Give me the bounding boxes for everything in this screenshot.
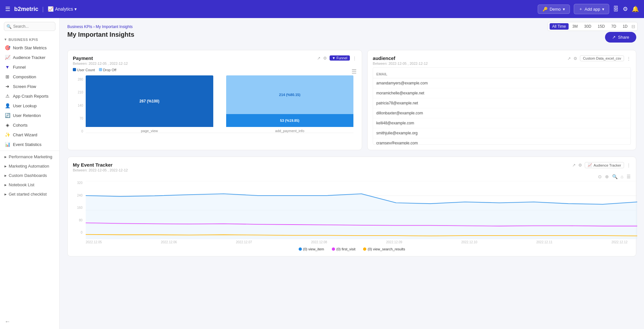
bar-label-page-view: page_view (141, 129, 158, 133)
key-icon: 🔑 (543, 7, 548, 12)
legend-first-visit: (0) first_visit (332, 247, 355, 251)
search-chart-icon[interactable]: 🔍 (612, 174, 618, 179)
chevron-right-icon: ▸ (5, 164, 7, 169)
page-title: My Important Insights (67, 31, 134, 38)
more-event-icon[interactable]: ⋮ (627, 163, 631, 168)
sidebar-section-performance[interactable]: ▸ Performance Marketing (0, 152, 59, 161)
line-chart-container: 320240160800 (73, 181, 631, 244)
bar-chart-icon: 📊 (5, 142, 10, 147)
sidebar-item-user-retention[interactable]: 🔄 User Retention (0, 111, 59, 120)
sidebar-section-business-kpis[interactable]: ▾ Business KPIS (0, 35, 59, 43)
more-audience-icon[interactable]: ⋮ (627, 56, 631, 61)
share-card-icon[interactable]: ↗ (317, 56, 321, 61)
search-icon: 🔍 (6, 24, 12, 29)
notifications-icon[interactable]: 🔔 (632, 5, 639, 13)
hamburger-menu[interactable]: ☰ (5, 5, 10, 13)
chevron-right-icon: ▸ (5, 173, 7, 178)
share-audience-icon[interactable]: ↗ (567, 56, 571, 61)
audience-card-date: Between: 2022-12-05 , 2022-12-12 (373, 62, 428, 65)
zoom-in-icon[interactable]: ⊕ (605, 174, 609, 179)
user-icon: 👤 (5, 103, 10, 108)
sidebar-collapse-button[interactable]: ← (5, 318, 10, 325)
audience-card-title: audiencef (373, 55, 428, 61)
funnel-tag-icon: ▼ (332, 56, 336, 60)
legend-view-item: (0) view_item (299, 247, 324, 251)
settings-card-icon[interactable]: ⚙ (323, 56, 327, 61)
sidebar-section-marketing-auto[interactable]: ▸ Marketing Automation (0, 161, 59, 171)
audience-card: audiencef Between: 2022-12-05 , 2022-12-… (367, 50, 636, 150)
reset-zoom-icon[interactable]: ⊙ (598, 174, 602, 179)
target-icon: 🎯 (5, 45, 10, 50)
database-icon[interactable]: 🗄 (613, 6, 619, 13)
bar-label-payment: add_payment_info (275, 129, 304, 133)
y-axis: 280210140700 (76, 78, 86, 142)
sidebar-item-composition[interactable]: ⊞ Composition (0, 72, 59, 82)
funnel-icon: ▼ (5, 64, 10, 70)
table-row: amandamyers@example.com (373, 78, 630, 88)
share-event-icon[interactable]: ↗ (572, 163, 576, 168)
cohorts-icon: ◈ (5, 122, 10, 128)
sidebar-item-screen-flow[interactable]: ➜ Screen Flow (0, 82, 59, 91)
analytics-menu[interactable]: 📈 Analytics ▾ (48, 6, 77, 12)
main-content: All Time 3M 30D 15D 7D 1D ⊟ Business KPI… (60, 18, 644, 329)
table-row: patricia78@example.net (373, 98, 630, 108)
line-chart-legend: (0) view_item (0) first_visit (0) view_s… (73, 247, 631, 251)
sidebar-section-notebook[interactable]: ▸ Notebook List (0, 180, 59, 189)
filter-3m[interactable]: 3M (570, 23, 581, 30)
share-button[interactable]: ↗ Share (605, 32, 636, 43)
bar-segment-bottom: 53 (%19.85) (226, 114, 354, 127)
filter-15d[interactable]: 15D (595, 23, 607, 30)
sidebar-item-event-stats[interactable]: 📊 Event Statistics (0, 140, 59, 149)
sidebar-item-chart-wizard[interactable]: ✨ Chart Wizard (0, 130, 59, 140)
payment-card-title: Payment (73, 55, 128, 61)
sidebar-section-custom-dashboards[interactable]: ▸ Custom Dashboards (0, 171, 59, 180)
table-row: dillonbaxter@example.com (373, 108, 630, 118)
breadcrumb-parent[interactable]: Business KPIs (67, 24, 92, 29)
settings-icon[interactable]: ⚙ (623, 5, 628, 13)
audience-tag: Custom Data_excel_csv (580, 55, 624, 61)
flow-icon: ➜ (5, 84, 10, 89)
home-chart-icon[interactable]: ⌂ (621, 174, 623, 179)
sidebar-section-get-started[interactable]: ▸ Get started checklist (0, 189, 59, 199)
funnel-bar-payment: 214 (%80.15) 53 (%19.85) add_payment_inf… (226, 75, 354, 133)
stacked-bar: 214 (%80.15) 53 (%19.85) (226, 75, 354, 127)
chevron-right-icon: ▸ (5, 192, 7, 197)
sidebar-item-user-lookup[interactable]: 👤 User Lookup (0, 101, 59, 111)
chart-menu-icon[interactable]: ☰ (351, 68, 357, 75)
breadcrumb-current: My Important Insights (96, 24, 133, 29)
chart-tag-icon: 📈 (588, 163, 592, 167)
time-filter-bar: All Time 3M 30D 15D 7D 1D ⊟ (547, 22, 638, 31)
top-cards-row: Payment Between: 2022-12-05 , 2022-12-12… (67, 50, 636, 150)
filter-7d[interactable]: 7D (609, 23, 619, 30)
event-tracker-title: My Event Tracker (73, 162, 128, 168)
more-options-icon[interactable]: ⋮ (352, 56, 357, 61)
brand-logo: b2metric (14, 6, 38, 13)
filter-1d[interactable]: 1D (620, 23, 630, 30)
audience-tracker-tag: 📈 Audience Tracker (585, 162, 624, 168)
event-tracker-card: My Event Tracker Between: 2022-12-05 , 2… (67, 157, 636, 256)
search-input[interactable] (4, 22, 55, 31)
sidebar-item-audience-tracker[interactable]: 📈 Audience Tracker (0, 53, 59, 62)
top-navigation: ☰ b2metric | 📈 Analytics ▾ 🔑 Demo ▾ ＋ Ad… (0, 0, 644, 18)
audience-table-container: EMAIL amandamyers@example.commoramichell… (373, 67, 631, 145)
grid-view-icon[interactable]: ⊟ (631, 24, 635, 29)
sidebar-item-north-star[interactable]: 🎯 North Star Metrics (0, 43, 59, 53)
settings-event-icon[interactable]: ⚙ (578, 163, 582, 168)
sidebar-item-funnel[interactable]: ▼ Funnel (0, 62, 59, 72)
line-x-axis: 2022.12.05 2022.12.06 2022.12.07 2022.12… (86, 240, 628, 244)
demo-button[interactable]: 🔑 Demo ▾ (538, 5, 570, 14)
sidebar-item-app-crash[interactable]: ⚠ App Crash Reports (0, 91, 59, 101)
funnel-tag: ▼ Funnel (330, 55, 350, 61)
email-column-header: EMAIL (373, 70, 630, 78)
line-chart-svg (86, 181, 637, 239)
filter-all-time[interactable]: All Time (550, 23, 569, 30)
legend-yellow-dot (363, 247, 366, 251)
legend-user-count-dot (73, 68, 76, 71)
settings-audience-icon[interactable]: ⚙ (573, 56, 577, 61)
warning-icon: ⚠ (5, 93, 10, 99)
sidebar-item-cohorts[interactable]: ◈ Cohorts (0, 120, 59, 130)
add-app-button[interactable]: ＋ Add app ▾ (574, 4, 609, 14)
list-chart-icon[interactable]: ☰ (627, 174, 631, 179)
filter-30d[interactable]: 30D (582, 23, 594, 30)
wizard-icon: ✨ (5, 132, 10, 137)
